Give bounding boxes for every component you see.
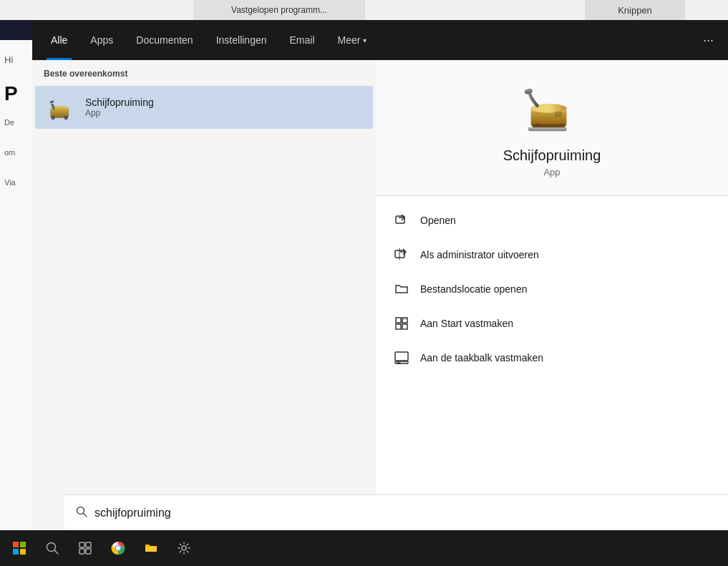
tab-email[interactable]: Email bbox=[278, 20, 326, 60]
svg-rect-22 bbox=[528, 127, 566, 130]
svg-rect-44 bbox=[79, 542, 84, 547]
svg-rect-30 bbox=[396, 324, 401, 329]
actions-list: Openen Als administrator uitvoeren bbox=[376, 196, 728, 382]
svg-point-51 bbox=[182, 546, 186, 550]
bg-knippen-label: Knippen bbox=[585, 0, 685, 20]
taskbar-settings-button[interactable] bbox=[168, 532, 200, 565]
tab-instellingen[interactable]: Instellingen bbox=[205, 20, 278, 60]
svg-rect-46 bbox=[79, 549, 84, 554]
tabs-more-button[interactable]: ··· bbox=[696, 33, 721, 48]
schijfopruiming-small-icon bbox=[48, 94, 74, 120]
detail-header: Schijfopruiming App bbox=[376, 60, 728, 196]
svg-point-7 bbox=[64, 116, 68, 119]
action-aan-taakbalk[interactable]: Aan de taakbalk vastmaken bbox=[376, 341, 728, 375]
bg-vastgeclopen-text: Vastgelopen programm... bbox=[193, 0, 365, 20]
svg-point-50 bbox=[116, 546, 120, 550]
taskbar-chrome-button[interactable] bbox=[102, 532, 135, 565]
tab-apps[interactable]: Apps bbox=[79, 20, 125, 60]
svg-rect-47 bbox=[86, 549, 91, 554]
folder-icon bbox=[393, 280, 410, 298]
svg-point-6 bbox=[52, 116, 55, 119]
taskbar-task-view-button[interactable] bbox=[69, 532, 102, 565]
svg-line-43 bbox=[54, 550, 58, 554]
action-openen[interactable]: Openen bbox=[376, 203, 728, 238]
action-bestandslocatie-label: Bestandslocatie openen bbox=[420, 283, 527, 295]
chrome-icon bbox=[111, 541, 125, 555]
section-label: Beste overeenkomst bbox=[32, 60, 376, 84]
bg-left-content: Hi P De om Via bbox=[0, 40, 36, 530]
task-view-icon bbox=[79, 542, 92, 555]
search-query-text[interactable]: schijfopruiming bbox=[94, 507, 717, 519]
meer-chevron-icon: ▾ bbox=[363, 36, 367, 44]
search-magnifier-icon bbox=[76, 506, 87, 520]
result-text: Schijfopruiming App bbox=[85, 97, 154, 118]
admin-icon bbox=[393, 246, 410, 263]
pin-start-icon bbox=[393, 315, 410, 332]
bg-p-heading: P bbox=[0, 79, 36, 108]
action-aan-start[interactable]: Aan Start vastmaken bbox=[376, 306, 728, 341]
svg-rect-40 bbox=[13, 549, 19, 555]
start-button[interactable] bbox=[3, 532, 36, 565]
taskbar-explorer-button[interactable] bbox=[135, 532, 168, 565]
background-toolbar: Vastgelopen programm... Knippen bbox=[0, 0, 728, 20]
action-aan-taakbalk-label: Aan de taakbalk vastmaken bbox=[420, 352, 543, 363]
explorer-icon bbox=[144, 541, 158, 555]
open-icon bbox=[393, 212, 410, 229]
svg-rect-29 bbox=[402, 318, 407, 323]
result-app-icon bbox=[47, 93, 75, 122]
tab-meer[interactable]: Meer ▾ bbox=[326, 20, 379, 60]
action-bestandslocatie[interactable]: Bestandslocatie openen bbox=[376, 272, 728, 306]
svg-rect-31 bbox=[402, 324, 407, 329]
settings-icon bbox=[178, 542, 190, 555]
taskbar bbox=[0, 530, 728, 566]
search-bar: schijfopruiming bbox=[64, 494, 728, 530]
search-overlay: Alle Apps Documenten Instellingen Email … bbox=[32, 20, 728, 530]
svg-rect-15 bbox=[556, 113, 560, 116]
detail-title: Schijfopruiming bbox=[503, 147, 601, 164]
taskbar-search-button[interactable] bbox=[36, 532, 69, 565]
tabs-bar: Alle Apps Documenten Instellingen Email … bbox=[32, 20, 728, 60]
taskbar-search-icon bbox=[46, 542, 59, 555]
svg-rect-38 bbox=[13, 542, 19, 547]
svg-rect-45 bbox=[86, 542, 91, 547]
svg-rect-41 bbox=[20, 549, 26, 555]
bg-desc-text: De om Via bbox=[0, 115, 36, 190]
bg-hi-text: Hi bbox=[0, 40, 36, 79]
action-openen-label: Openen bbox=[420, 215, 456, 226]
tab-documenten[interactable]: Documenten bbox=[125, 20, 204, 60]
pin-taskbar-icon bbox=[393, 349, 410, 366]
schijfopruiming-large-icon bbox=[523, 85, 581, 135]
svg-rect-39 bbox=[20, 542, 26, 547]
action-als-admin[interactable]: Als administrator uitvoeren bbox=[376, 238, 728, 272]
detail-panel: Schijfopruiming App Openen bbox=[376, 60, 728, 530]
main-content: Beste overeenkomst bbox=[32, 60, 728, 530]
detail-subtitle: App bbox=[543, 167, 560, 177]
svg-rect-33 bbox=[395, 352, 408, 361]
windows-logo-icon bbox=[13, 542, 26, 555]
svg-rect-5 bbox=[50, 100, 54, 103]
svg-rect-28 bbox=[396, 318, 401, 323]
result-name: Schijfopruiming bbox=[85, 97, 154, 108]
tab-alle[interactable]: Alle bbox=[39, 20, 79, 60]
action-aan-start-label: Aan Start vastmaken bbox=[420, 318, 513, 329]
action-als-admin-label: Als administrator uitvoeren bbox=[420, 249, 539, 260]
result-type: App bbox=[85, 108, 154, 118]
result-item-schijfopruiming[interactable]: Schijfopruiming App bbox=[35, 86, 373, 129]
svg-rect-35 bbox=[397, 363, 400, 363]
results-panel: Beste overeenkomst bbox=[32, 60, 376, 530]
detail-app-icon bbox=[523, 82, 581, 139]
svg-rect-20 bbox=[532, 125, 565, 127]
svg-line-37 bbox=[84, 513, 87, 517]
